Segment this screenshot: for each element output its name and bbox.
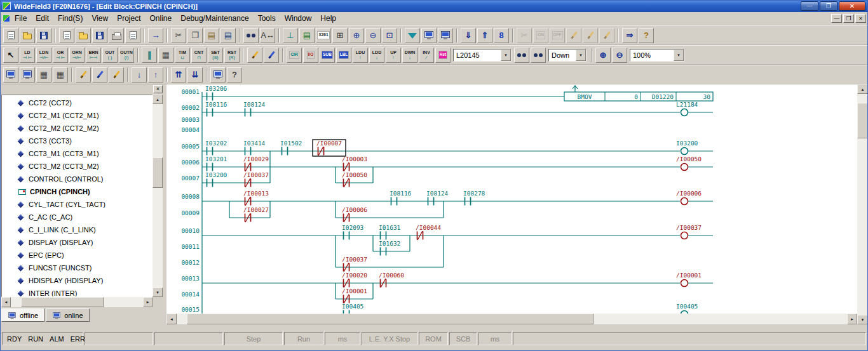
filter-setting[interactable] (405, 28, 420, 43)
scroll-left-icon[interactable]: ◄ (1, 297, 11, 307)
coil-I03200[interactable]: I03200 (676, 140, 713, 155)
menu-online[interactable]: Online (146, 13, 177, 24)
tree-item-cct2_m1[interactable]: CCT2_M1 (CCT2_M1) (2, 109, 152, 122)
menu-tools[interactable]: Tools (254, 13, 280, 24)
contact-I00013[interactable]: /I00013 (243, 190, 269, 206)
coil-I00405[interactable]: I00405 (676, 303, 713, 314)
scroll-right-icon[interactable]: ► (847, 314, 857, 324)
delete-line[interactable] (264, 48, 279, 63)
contact-I00007[interactable]: /I00007 (316, 140, 342, 156)
contact-I03414[interactable]: I03414 (243, 140, 266, 156)
select-mode[interactable]: ↖ (3, 48, 18, 63)
editor-horizontal-scrollbar[interactable]: ◄ ► (166, 314, 857, 324)
device-combo[interactable]: L20145▼ (453, 49, 512, 62)
screen-view[interactable] (210, 67, 226, 83)
zoom-level-combo[interactable]: 100%▼ (630, 49, 684, 62)
column-setting[interactable]: ⊞ (332, 28, 348, 43)
list-edit-3[interactable] (109, 67, 124, 83)
open-block[interactable] (76, 28, 91, 43)
filter-monitor[interactable] (421, 28, 437, 43)
scroll-track[interactable] (857, 94, 868, 315)
scroll-thumb[interactable] (21, 297, 104, 307)
menu-file[interactable]: File (10, 13, 31, 24)
circuit-monitor[interactable] (438, 28, 453, 43)
tree-item-display[interactable]: DISPLAY (DISPLAY) (2, 236, 152, 249)
instr-dwn[interactable]: DWN↓ (402, 48, 417, 63)
contact-I00020[interactable]: /I00020 (342, 272, 367, 288)
tree-item-cct3_m1[interactable]: CCT3_M1 (CCT3_M1) (2, 147, 152, 160)
zoom-in-circuit[interactable]: ⊕ (595, 48, 611, 63)
contact-I00001[interactable]: /I00001 (342, 288, 367, 303)
scroll-right-icon[interactable]: ► (143, 297, 153, 307)
find-device[interactable] (514, 48, 529, 63)
scroll-up-icon[interactable]: ▲ (857, 84, 868, 94)
contact-I00027[interactable]: /I00027 (243, 206, 269, 222)
instr-up[interactable]: UP↑ (386, 48, 401, 63)
contact-I08278[interactable]: I08278 (463, 190, 485, 206)
menu-window[interactable]: Window (280, 13, 316, 24)
tree-item-control[interactable]: CONTROL (CONTROL) (2, 173, 152, 185)
mdi-minimize-button[interactable]: — (831, 14, 842, 23)
contact-I00006[interactable]: /I00006 (342, 206, 367, 222)
coil-I00037[interactable]: /I00037 (676, 224, 713, 239)
paste-extended[interactable]: ▤ (220, 28, 236, 43)
scroll-track[interactable] (153, 104, 163, 288)
contact-I00050[interactable]: /I00050 (342, 171, 367, 187)
coil-L21184[interactable]: L21184 (676, 101, 713, 116)
scroll-track[interactable] (11, 297, 143, 307)
list-edit-1[interactable] (76, 67, 91, 83)
program-compare[interactable]: 8 (494, 28, 509, 43)
tree-horizontal-scrollbar[interactable]: ◄ ► (1, 297, 153, 307)
close-panel-icon[interactable]: × (153, 85, 163, 93)
mdi-close-button[interactable]: × (855, 14, 866, 23)
mdi-restore-button[interactable]: ❐ (843, 14, 854, 23)
menu-help[interactable]: Help (316, 13, 341, 24)
instr-ret[interactable]: Ret (435, 48, 451, 63)
tree-vertical-scrollbar[interactable]: ▲ ▼ (153, 95, 163, 297)
save-block[interactable] (92, 28, 107, 43)
open-project[interactable] (20, 28, 35, 43)
copy[interactable]: ❐ (187, 28, 203, 43)
contact-I00037[interactable]: /I00037 (243, 171, 269, 187)
force-reset[interactable]: OFF (550, 28, 565, 43)
tree-item-cct2_m2[interactable]: CCT2_M2 (CCT2_M2) (2, 122, 152, 135)
contact-I03200[interactable]: I03200 (205, 171, 227, 187)
editor-vertical-scrollbar[interactable]: ▲ ▼ (857, 84, 868, 324)
menu-view[interactable]: View (87, 13, 112, 24)
tree-item-cct2[interactable]: CCT2 (CCT2) (2, 96, 152, 109)
tree-item-cct3[interactable]: CCT3 (CCT3) (2, 135, 152, 147)
instr-ld[interactable]: LD⊣ ⊢ (20, 48, 35, 63)
tag-name-display[interactable]: X261 (316, 28, 331, 43)
convert-block[interactable]: → (148, 28, 163, 43)
sync-position[interactable]: ⊥ (283, 28, 298, 43)
move-down[interactable]: ↓ (132, 67, 147, 83)
instr-rst[interactable]: RST(R) (224, 48, 240, 63)
search-direction-combo[interactable]: Down▼ (548, 49, 587, 62)
chevron-down-icon[interactable]: ▼ (501, 50, 511, 61)
zoom-in[interactable]: ⊕ (349, 28, 364, 43)
device-monitor[interactable] (20, 67, 35, 83)
online-edit-write[interactable] (566, 28, 581, 43)
zoom-out-circuit[interactable]: ⊖ (612, 48, 627, 63)
tab-online[interactable]: online (46, 308, 89, 322)
scroll-thumb[interactable] (857, 103, 868, 138)
contact-I01632[interactable]: I01632 (379, 240, 400, 256)
circuit-comment[interactable]: CIR (287, 48, 302, 63)
move-up[interactable]: ↑ (148, 67, 163, 83)
force-set[interactable]: ON (533, 28, 548, 43)
find[interactable] (243, 28, 259, 43)
registration-table-2[interactable]: ▦ (53, 67, 68, 83)
instr-out[interactable]: OUT( ) (102, 48, 118, 63)
paste[interactable]: ▤ (204, 28, 219, 43)
save-project[interactable] (36, 28, 51, 43)
context-help[interactable]: ? (227, 67, 242, 83)
contact-I01631[interactable]: I01631 (379, 224, 401, 240)
tree-item-cct3_m2[interactable]: CCT3_M2 (CCT3_M2) (2, 160, 152, 173)
instr-ldu[interactable]: LDU↑ (353, 48, 368, 63)
block-monitor[interactable] (3, 67, 18, 83)
scroll-thumb[interactable] (187, 314, 593, 324)
tree-item-cyl_tact[interactable]: CYL_TACT (CYL_TACT) (2, 198, 152, 211)
upload-from-plc[interactable]: ⇑ (477, 28, 492, 43)
tab-offline[interactable]: offline (1, 308, 44, 322)
wiring-grid[interactable]: ▦ (158, 48, 173, 63)
